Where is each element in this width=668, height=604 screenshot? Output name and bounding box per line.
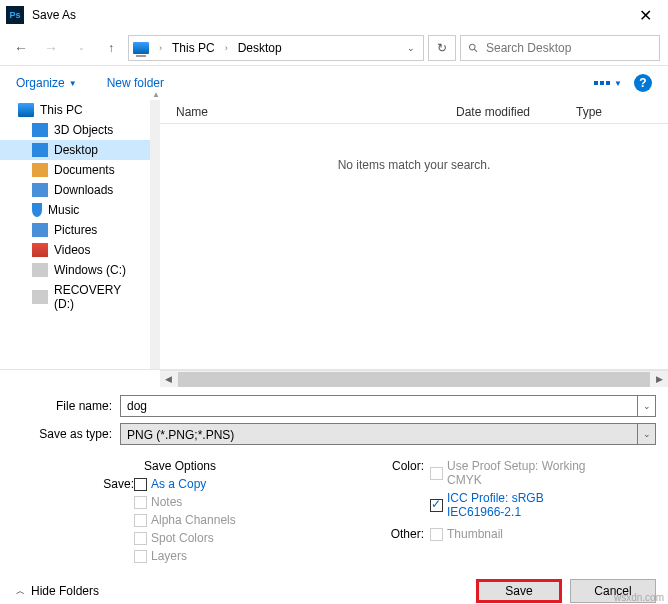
desktop-icon <box>32 143 48 157</box>
notes-label: Notes <box>151 495 182 509</box>
as-copy-label: As a Copy <box>151 477 206 491</box>
window-title: Save As <box>32 8 76 22</box>
pictures-icon <box>32 223 48 237</box>
proof-checkbox <box>430 467 443 480</box>
col-type[interactable]: Type <box>560 105 640 119</box>
back-button[interactable]: ← <box>8 35 34 61</box>
thumbnail-checkbox <box>430 528 443 541</box>
address-bar[interactable]: › This PC › Desktop ⌄ <box>128 35 424 61</box>
filename-input[interactable] <box>120 395 638 417</box>
save-button[interactable]: Save <box>476 579 562 603</box>
address-dropdown-icon[interactable]: ⌄ <box>407 43 415 53</box>
as-copy-checkbox[interactable] <box>134 478 147 491</box>
chevron-right-icon: › <box>225 43 228 53</box>
thumbnail-label: Thumbnail <box>447 527 503 541</box>
tree-item-drive-d[interactable]: RECOVERY (D:) <box>0 280 150 314</box>
up-button[interactable]: ↑ <box>98 35 124 61</box>
view-button[interactable]: ▼ <box>594 79 622 88</box>
tree-item-thispc[interactable]: This PC <box>0 100 150 120</box>
photoshop-icon: Ps <box>6 6 24 24</box>
save-options-heading: Save Options <box>144 459 382 473</box>
pc-icon <box>133 42 149 54</box>
refresh-button[interactable]: ↻ <box>428 35 456 61</box>
alpha-checkbox <box>134 514 147 527</box>
tree-item-videos[interactable]: Videos <box>0 240 150 260</box>
3d-icon <box>32 123 48 137</box>
tree-item-desktop[interactable]: Desktop <box>0 140 150 160</box>
scroll-left-icon[interactable]: ◀ <box>160 374 177 384</box>
tree-item-pictures[interactable]: Pictures <box>0 220 150 240</box>
empty-message: No items match your search. <box>160 158 668 172</box>
hide-folders-button[interactable]: ︿ Hide Folders <box>16 584 99 598</box>
tree-item-downloads[interactable]: Downloads <box>0 180 150 200</box>
alpha-label: Alpha Channels <box>151 513 236 527</box>
filetype-dropdown-icon[interactable]: ⌄ <box>638 423 656 445</box>
documents-icon <box>32 163 48 177</box>
view-icon <box>594 81 610 85</box>
downloads-icon <box>32 183 48 197</box>
dropdown-icon: ▼ <box>69 79 77 88</box>
icc-label: ICC Profile: sRGB IEC61966-2.1 <box>447 491 597 519</box>
pc-icon <box>18 103 34 117</box>
file-list[interactable]: Name Date modified Type No items match y… <box>160 100 668 369</box>
folder-tree: This PC 3D Objects Desktop Documents Dow… <box>0 100 150 369</box>
save-label: Save: <box>12 477 134 567</box>
music-icon <box>32 203 42 217</box>
videos-icon <box>32 243 48 257</box>
col-date[interactable]: Date modified <box>440 105 560 119</box>
splitter[interactable] <box>150 100 160 369</box>
filetype-select[interactable]: PNG (*.PNG;*.PNS) <box>120 423 638 445</box>
breadcrumb-thispc[interactable]: This PC <box>172 41 215 55</box>
chevron-right-icon: › <box>159 43 162 53</box>
tree-item-3dobjects[interactable]: 3D Objects <box>0 120 150 140</box>
new-folder-button[interactable]: New folder <box>107 76 164 90</box>
breadcrumb-desktop[interactable]: Desktop <box>238 41 282 55</box>
color-label: Color: <box>382 459 430 523</box>
recent-dropdown[interactable]: ⌄ <box>68 35 94 61</box>
search-placeholder: Search Desktop <box>486 41 571 55</box>
forward-button[interactable]: → <box>38 35 64 61</box>
tree-item-documents[interactable]: Documents <box>0 160 150 180</box>
chevron-up-icon: ︿ <box>16 585 25 598</box>
close-button[interactable]: ✕ <box>622 6 668 25</box>
drive-icon <box>32 290 48 304</box>
col-name[interactable]: Name <box>160 105 440 119</box>
layers-label: Layers <box>151 549 187 563</box>
help-button[interactable]: ? <box>634 74 652 92</box>
other-label: Other: <box>382 527 430 545</box>
horizontal-scrollbar[interactable]: ◀ ▶ <box>160 370 668 387</box>
icc-checkbox[interactable] <box>430 499 443 512</box>
notes-checkbox <box>134 496 147 509</box>
spot-checkbox <box>134 532 147 545</box>
spot-label: Spot Colors <box>151 531 214 545</box>
search-input[interactable]: ⚲ Search Desktop <box>460 35 660 61</box>
drive-icon <box>32 263 48 277</box>
tree-item-drive-c[interactable]: Windows (C:) <box>0 260 150 280</box>
tree-item-music[interactable]: Music <box>0 200 150 220</box>
organize-menu[interactable]: Organize <box>16 76 65 90</box>
proof-label: Use Proof Setup: Working CMYK <box>447 459 597 487</box>
filetype-label: Save as type: <box>12 427 120 441</box>
search-icon: ⚲ <box>465 39 481 55</box>
filename-label: File name: <box>12 399 120 413</box>
column-headers: Name Date modified Type <box>160 100 668 124</box>
scroll-thumb[interactable] <box>178 372 650 387</box>
dropdown-icon: ▼ <box>614 79 622 88</box>
filename-dropdown-icon[interactable]: ⌄ <box>638 395 656 417</box>
watermark: wsxdn.com <box>614 592 664 603</box>
layers-checkbox <box>134 550 147 563</box>
scroll-right-icon[interactable]: ▶ <box>651 374 668 384</box>
